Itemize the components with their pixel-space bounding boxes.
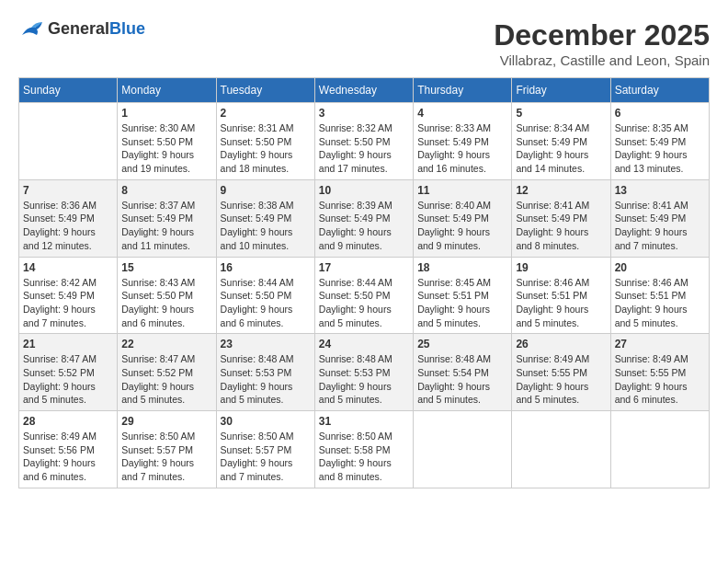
day-info: Sunrise: 8:33 AM Sunset: 5:49 PM Dayligh… bbox=[417, 121, 507, 176]
day-of-week-header: Wednesday bbox=[314, 78, 413, 103]
calendar-cell: 4Sunrise: 8:33 AM Sunset: 5:49 PM Daylig… bbox=[414, 103, 512, 180]
month-title: December 2025 bbox=[494, 18, 710, 52]
calendar-cell: 7Sunrise: 8:36 AM Sunset: 5:49 PM Daylig… bbox=[19, 179, 118, 257]
calendar-cell: 29Sunrise: 8:50 AM Sunset: 5:57 PM Dayli… bbox=[118, 411, 216, 488]
calendar-week-row: 28Sunrise: 8:49 AM Sunset: 5:56 PM Dayli… bbox=[19, 411, 710, 488]
calendar-cell: 6Sunrise: 8:35 AM Sunset: 5:49 PM Daylig… bbox=[610, 103, 709, 180]
logo-blue-text: Blue bbox=[109, 19, 145, 39]
day-info: Sunrise: 8:34 AM Sunset: 5:49 PM Dayligh… bbox=[516, 121, 606, 176]
day-number: 6 bbox=[615, 107, 705, 120]
day-info: Sunrise: 8:35 AM Sunset: 5:49 PM Dayligh… bbox=[615, 121, 705, 176]
day-info: Sunrise: 8:47 AM Sunset: 5:52 PM Dayligh… bbox=[23, 352, 113, 407]
calendar-cell: 19Sunrise: 8:46 AM Sunset: 5:51 PM Dayli… bbox=[512, 257, 610, 334]
calendar-cell bbox=[414, 411, 512, 488]
logo-general-text: General bbox=[48, 19, 109, 39]
day-info: Sunrise: 8:38 AM Sunset: 5:49 PM Dayligh… bbox=[221, 199, 311, 253]
day-number: 7 bbox=[23, 184, 113, 197]
day-info: Sunrise: 8:49 AM Sunset: 5:55 PM Dayligh… bbox=[516, 352, 606, 407]
day-number: 17 bbox=[319, 261, 409, 274]
day-number: 28 bbox=[23, 415, 113, 428]
day-number: 14 bbox=[23, 261, 113, 274]
day-number: 1 bbox=[121, 107, 211, 120]
calendar-week-row: 21Sunrise: 8:47 AM Sunset: 5:52 PM Dayli… bbox=[19, 334, 710, 411]
calendar-cell: 28Sunrise: 8:49 AM Sunset: 5:56 PM Dayli… bbox=[19, 411, 118, 488]
calendar-cell: 5Sunrise: 8:34 AM Sunset: 5:49 PM Daylig… bbox=[512, 103, 610, 180]
day-info: Sunrise: 8:47 AM Sunset: 5:52 PM Dayligh… bbox=[121, 352, 211, 407]
calendar-cell: 11Sunrise: 8:40 AM Sunset: 5:49 PM Dayli… bbox=[414, 179, 512, 257]
calendar-cell: 15Sunrise: 8:43 AM Sunset: 5:50 PM Dayli… bbox=[118, 257, 216, 334]
day-number: 23 bbox=[221, 338, 311, 350]
day-number: 27 bbox=[615, 338, 705, 350]
day-number: 10 bbox=[319, 184, 409, 197]
day-number: 3 bbox=[319, 107, 409, 120]
day-info: Sunrise: 8:40 AM Sunset: 5:49 PM Dayligh… bbox=[417, 199, 507, 253]
day-number: 4 bbox=[417, 107, 507, 120]
calendar-cell: 3Sunrise: 8:32 AM Sunset: 5:50 PM Daylig… bbox=[314, 103, 413, 180]
day-number: 24 bbox=[319, 338, 409, 350]
day-number: 11 bbox=[417, 184, 507, 197]
day-number: 20 bbox=[615, 261, 705, 274]
day-of-week-header: Sunday bbox=[19, 78, 118, 103]
calendar-header-row: SundayMondayTuesdayWednesdayThursdayFrid… bbox=[19, 78, 710, 103]
calendar-cell: 17Sunrise: 8:44 AM Sunset: 5:50 PM Dayli… bbox=[314, 257, 413, 334]
day-number: 31 bbox=[319, 415, 409, 428]
calendar-week-row: 14Sunrise: 8:42 AM Sunset: 5:49 PM Dayli… bbox=[19, 257, 710, 334]
day-number: 2 bbox=[221, 107, 311, 120]
day-number: 25 bbox=[417, 338, 507, 350]
day-of-week-header: Monday bbox=[118, 78, 216, 103]
day-number: 18 bbox=[417, 261, 507, 274]
calendar-cell: 2Sunrise: 8:31 AM Sunset: 5:50 PM Daylig… bbox=[216, 103, 314, 180]
day-info: Sunrise: 8:50 AM Sunset: 5:58 PM Dayligh… bbox=[319, 430, 409, 484]
day-info: Sunrise: 8:45 AM Sunset: 5:51 PM Dayligh… bbox=[417, 276, 507, 330]
day-of-week-header: Saturday bbox=[610, 78, 709, 103]
day-of-week-header: Tuesday bbox=[216, 78, 314, 103]
day-info: Sunrise: 8:44 AM Sunset: 5:50 PM Dayligh… bbox=[221, 276, 311, 330]
calendar-cell: 14Sunrise: 8:42 AM Sunset: 5:49 PM Dayli… bbox=[19, 257, 118, 334]
day-info: Sunrise: 8:31 AM Sunset: 5:50 PM Dayligh… bbox=[221, 121, 311, 176]
logo-icon bbox=[18, 18, 44, 39]
calendar-cell bbox=[19, 103, 118, 180]
calendar-cell: 9Sunrise: 8:38 AM Sunset: 5:49 PM Daylig… bbox=[216, 179, 314, 257]
header: General Blue December 2025 Villabraz, Ca… bbox=[18, 18, 710, 68]
day-number: 30 bbox=[221, 415, 311, 428]
day-info: Sunrise: 8:48 AM Sunset: 5:53 PM Dayligh… bbox=[221, 352, 311, 407]
day-number: 8 bbox=[121, 184, 211, 197]
calendar-cell: 12Sunrise: 8:41 AM Sunset: 5:49 PM Dayli… bbox=[512, 179, 610, 257]
title-area: December 2025 Villabraz, Castille and Le… bbox=[494, 18, 710, 68]
day-info: Sunrise: 8:39 AM Sunset: 5:49 PM Dayligh… bbox=[319, 199, 409, 253]
day-number: 12 bbox=[516, 184, 606, 197]
calendar-week-row: 1Sunrise: 8:30 AM Sunset: 5:50 PM Daylig… bbox=[19, 103, 710, 180]
calendar-cell: 20Sunrise: 8:46 AM Sunset: 5:51 PM Dayli… bbox=[610, 257, 709, 334]
day-info: Sunrise: 8:43 AM Sunset: 5:50 PM Dayligh… bbox=[121, 276, 211, 330]
calendar-cell: 10Sunrise: 8:39 AM Sunset: 5:49 PM Dayli… bbox=[314, 179, 413, 257]
calendar-cell bbox=[512, 411, 610, 488]
calendar-table: SundayMondayTuesdayWednesdayThursdayFrid… bbox=[18, 77, 710, 488]
day-number: 15 bbox=[121, 261, 211, 274]
calendar-cell: 26Sunrise: 8:49 AM Sunset: 5:55 PM Dayli… bbox=[512, 334, 610, 411]
calendar-cell: 21Sunrise: 8:47 AM Sunset: 5:52 PM Dayli… bbox=[19, 334, 118, 411]
day-info: Sunrise: 8:48 AM Sunset: 5:53 PM Dayligh… bbox=[319, 352, 409, 407]
day-info: Sunrise: 8:41 AM Sunset: 5:49 PM Dayligh… bbox=[516, 199, 606, 253]
day-number: 16 bbox=[221, 261, 311, 274]
day-info: Sunrise: 8:42 AM Sunset: 5:49 PM Dayligh… bbox=[23, 276, 113, 330]
day-number: 9 bbox=[221, 184, 311, 197]
calendar-cell bbox=[610, 411, 709, 488]
day-info: Sunrise: 8:41 AM Sunset: 5:49 PM Dayligh… bbox=[615, 199, 705, 253]
location-subtitle: Villabraz, Castille and Leon, Spain bbox=[494, 52, 710, 68]
day-info: Sunrise: 8:50 AM Sunset: 5:57 PM Dayligh… bbox=[221, 430, 311, 484]
calendar-cell: 16Sunrise: 8:44 AM Sunset: 5:50 PM Dayli… bbox=[216, 257, 314, 334]
calendar-cell: 18Sunrise: 8:45 AM Sunset: 5:51 PM Dayli… bbox=[414, 257, 512, 334]
calendar-cell: 1Sunrise: 8:30 AM Sunset: 5:50 PM Daylig… bbox=[118, 103, 216, 180]
day-info: Sunrise: 8:49 AM Sunset: 5:56 PM Dayligh… bbox=[23, 430, 113, 484]
day-of-week-header: Friday bbox=[512, 78, 610, 103]
calendar-cell: 31Sunrise: 8:50 AM Sunset: 5:58 PM Dayli… bbox=[314, 411, 413, 488]
day-info: Sunrise: 8:36 AM Sunset: 5:49 PM Dayligh… bbox=[23, 199, 113, 253]
day-info: Sunrise: 8:46 AM Sunset: 5:51 PM Dayligh… bbox=[516, 276, 606, 330]
calendar-cell: 27Sunrise: 8:49 AM Sunset: 5:55 PM Dayli… bbox=[610, 334, 709, 411]
day-number: 22 bbox=[121, 338, 211, 350]
calendar-week-row: 7Sunrise: 8:36 AM Sunset: 5:49 PM Daylig… bbox=[19, 179, 710, 257]
calendar-cell: 30Sunrise: 8:50 AM Sunset: 5:57 PM Dayli… bbox=[216, 411, 314, 488]
calendar-cell: 8Sunrise: 8:37 AM Sunset: 5:49 PM Daylig… bbox=[118, 179, 216, 257]
day-number: 5 bbox=[516, 107, 606, 120]
day-number: 26 bbox=[516, 338, 606, 350]
